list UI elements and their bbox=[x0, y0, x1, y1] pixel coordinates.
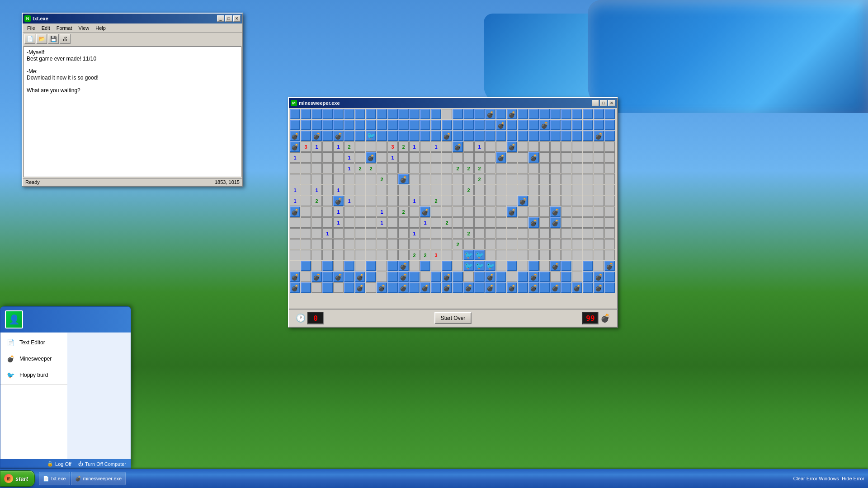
mine-cell[interactable]: 💣 bbox=[550, 217, 561, 228]
mine-cell[interactable]: 2 bbox=[431, 196, 441, 206]
mine-cell[interactable] bbox=[453, 217, 463, 228]
mine-cell[interactable] bbox=[583, 272, 593, 282]
mine-cell[interactable] bbox=[528, 185, 539, 195]
mine-cell[interactable] bbox=[474, 152, 485, 163]
mine-cell[interactable] bbox=[539, 239, 550, 249]
mine-cell[interactable] bbox=[387, 272, 398, 282]
mine-cell[interactable]: 1 bbox=[322, 228, 333, 239]
mine-cell[interactable] bbox=[442, 239, 452, 249]
mine-cell[interactable] bbox=[583, 282, 593, 293]
mine-cell[interactable] bbox=[507, 261, 517, 271]
mine-cell[interactable] bbox=[507, 174, 517, 184]
mine-cell[interactable]: 💣 bbox=[572, 282, 582, 293]
mine-cell[interactable]: 1 bbox=[474, 141, 485, 152]
mine-cell[interactable] bbox=[485, 206, 495, 217]
mine-cell[interactable]: 💣 bbox=[355, 282, 365, 293]
mine-cell[interactable] bbox=[387, 206, 398, 217]
notepad-minimize-button[interactable]: _ bbox=[217, 15, 224, 22]
mine-cell[interactable] bbox=[485, 228, 495, 239]
mine-cell[interactable]: 2 bbox=[453, 163, 463, 174]
mine-cell[interactable] bbox=[387, 282, 398, 293]
mine-cell[interactable]: 💣 bbox=[442, 131, 452, 141]
mine-cell[interactable] bbox=[550, 163, 561, 174]
mine-cell[interactable] bbox=[301, 261, 311, 271]
mine-cell[interactable] bbox=[333, 239, 344, 249]
mine-cell[interactable] bbox=[431, 120, 441, 130]
mine-cell[interactable] bbox=[507, 163, 517, 174]
mine-cell[interactable] bbox=[463, 131, 474, 141]
mine-cell[interactable] bbox=[311, 239, 322, 249]
mine-cell[interactable] bbox=[539, 131, 550, 141]
minesweeper-maximize-button[interactable]: □ bbox=[600, 100, 607, 106]
mine-cell[interactable] bbox=[301, 272, 311, 282]
mine-cell[interactable] bbox=[583, 206, 593, 217]
mine-cell[interactable] bbox=[561, 206, 571, 217]
mine-cell[interactable]: 💣 bbox=[463, 282, 474, 293]
mine-cell[interactable] bbox=[387, 174, 398, 184]
mine-cell[interactable]: 1 bbox=[344, 196, 354, 206]
notepad-open-button[interactable]: 📂 bbox=[36, 34, 47, 44]
mine-cell[interactable] bbox=[366, 239, 376, 249]
mine-cell[interactable] bbox=[528, 120, 539, 130]
mine-cell[interactable] bbox=[387, 185, 398, 195]
mine-cell[interactable] bbox=[561, 174, 571, 184]
mine-cell[interactable] bbox=[355, 206, 365, 217]
mine-cell[interactable] bbox=[311, 152, 322, 163]
mine-cell[interactable] bbox=[322, 261, 333, 271]
mine-cell[interactable]: 1 bbox=[311, 185, 322, 195]
mine-cell[interactable] bbox=[398, 131, 409, 141]
hide-error-button[interactable]: Hide Error bbox=[842, 476, 864, 481]
mine-cell[interactable] bbox=[583, 228, 593, 239]
mine-cell[interactable]: 💣 bbox=[539, 120, 550, 130]
mine-cell[interactable] bbox=[387, 228, 398, 239]
mine-cell[interactable] bbox=[594, 174, 604, 184]
mine-cell[interactable]: 💣 bbox=[377, 282, 387, 293]
mine-cell[interactable] bbox=[333, 250, 344, 260]
mine-cell[interactable]: 2 bbox=[355, 163, 365, 174]
mine-cell[interactable] bbox=[528, 141, 539, 152]
mine-cell[interactable] bbox=[561, 109, 571, 119]
mine-cell[interactable] bbox=[366, 228, 376, 239]
mine-cell[interactable]: 1 bbox=[290, 152, 300, 163]
mine-cell[interactable] bbox=[594, 152, 604, 163]
notepad-new-button[interactable]: 📄 bbox=[24, 34, 35, 44]
mine-cell[interactable] bbox=[409, 282, 420, 293]
mine-cell[interactable] bbox=[453, 272, 463, 282]
mine-cell[interactable] bbox=[420, 152, 430, 163]
mine-cell[interactable] bbox=[344, 282, 354, 293]
mine-cell[interactable] bbox=[333, 109, 344, 119]
mine-cell[interactable] bbox=[311, 120, 322, 130]
mine-cell[interactable] bbox=[322, 239, 333, 249]
mine-cell[interactable] bbox=[561, 163, 571, 174]
mine-cell[interactable] bbox=[420, 120, 430, 130]
mine-cell[interactable] bbox=[572, 185, 582, 195]
mine-cell[interactable] bbox=[301, 109, 311, 119]
mine-cell[interactable] bbox=[528, 228, 539, 239]
mine-cell[interactable] bbox=[355, 185, 365, 195]
mine-cell[interactable] bbox=[463, 120, 474, 130]
notepad-maximize-button[interactable]: □ bbox=[225, 15, 232, 22]
mine-cell[interactable] bbox=[301, 228, 311, 239]
mine-cell[interactable] bbox=[583, 250, 593, 260]
mine-cell[interactable] bbox=[333, 174, 344, 184]
mine-cell[interactable] bbox=[583, 131, 593, 141]
mine-cell[interactable] bbox=[594, 250, 604, 260]
minesweeper-start-over-button[interactable]: Start Over bbox=[434, 312, 472, 324]
mine-cell[interactable] bbox=[507, 250, 517, 260]
mine-cell[interactable]: 💣 bbox=[333, 196, 344, 206]
mine-cell[interactable] bbox=[518, 261, 528, 271]
mine-cell[interactable] bbox=[333, 228, 344, 239]
mine-cell[interactable]: 1 bbox=[344, 163, 354, 174]
mine-cell[interactable] bbox=[453, 109, 463, 119]
mine-cell[interactable] bbox=[301, 250, 311, 260]
mine-cell[interactable] bbox=[604, 250, 615, 260]
mine-cell[interactable] bbox=[604, 174, 615, 184]
mine-cell[interactable] bbox=[561, 120, 571, 130]
mine-cell[interactable] bbox=[311, 163, 322, 174]
mine-cell[interactable] bbox=[594, 109, 604, 119]
mine-cell[interactable] bbox=[409, 239, 420, 249]
mine-cell[interactable] bbox=[322, 282, 333, 293]
mine-cell[interactable] bbox=[594, 196, 604, 206]
mine-cell[interactable] bbox=[485, 217, 495, 228]
mine-cell[interactable] bbox=[322, 152, 333, 163]
